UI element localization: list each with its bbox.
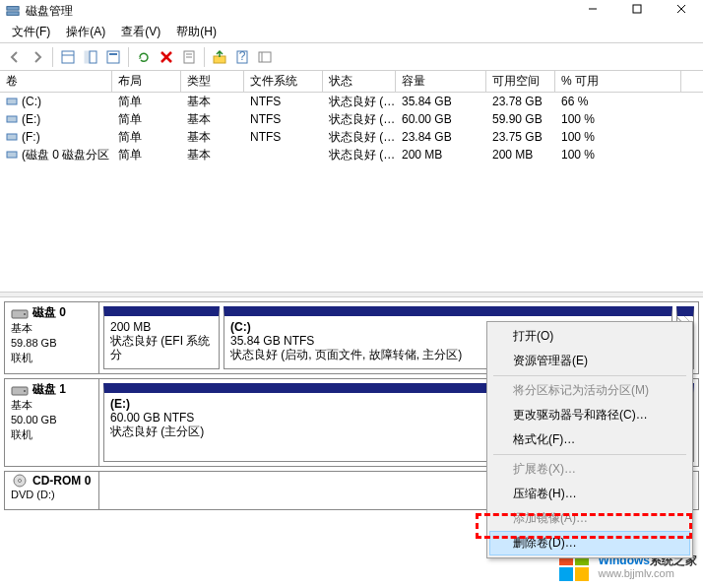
cell: 简单 bbox=[112, 128, 181, 146]
list-body: (C:) 简单 基本 NTFS 状态良好 (… 35.84 GB 23.78 G… bbox=[0, 93, 703, 163]
disk-info[interactable]: CD-ROM 0 DVD (D:) bbox=[5, 472, 99, 509]
col-volume[interactable]: 卷 bbox=[0, 71, 112, 92]
partition-status: 状态良好 (EFI 系统分 bbox=[110, 334, 213, 361]
list-header: 卷 布局 类型 文件系统 状态 容量 可用空间 % 可用 bbox=[0, 71, 703, 93]
properties-button[interactable] bbox=[178, 46, 200, 68]
close-button[interactable] bbox=[659, 0, 703, 20]
minimize-button[interactable] bbox=[570, 0, 614, 20]
maximize-button[interactable] bbox=[614, 0, 659, 20]
forward-button[interactable] bbox=[27, 46, 48, 68]
disk-line: DVD (D:) bbox=[11, 488, 93, 502]
toolbar-icon[interactable] bbox=[254, 46, 276, 68]
splitter[interactable] bbox=[0, 292, 703, 297]
disk-size: 50.00 GB bbox=[11, 413, 93, 427]
svg-rect-11 bbox=[109, 53, 117, 55]
cell: 59.90 GB bbox=[486, 110, 555, 128]
svg-rect-22 bbox=[7, 98, 17, 104]
toolbar-icon[interactable] bbox=[57, 46, 79, 68]
menu-file[interactable]: 文件(F) bbox=[4, 22, 58, 42]
cell: 简单 bbox=[112, 110, 181, 128]
menu-add-mirror: 添加镜像(A)… bbox=[489, 506, 690, 531]
cell: 简单 bbox=[112, 93, 181, 110]
app-icon bbox=[6, 4, 20, 18]
cell: (F:) bbox=[22, 130, 40, 144]
toolbar-separator bbox=[204, 47, 205, 67]
menu-open[interactable]: 打开(O) bbox=[489, 324, 690, 349]
disk-name: CD-ROM 0 bbox=[32, 474, 91, 488]
volume-icon bbox=[6, 131, 18, 143]
cell: 200 MB bbox=[396, 146, 486, 163]
svg-point-31 bbox=[19, 480, 22, 483]
cell: 简单 bbox=[112, 146, 181, 163]
col-status[interactable]: 状态 bbox=[323, 71, 396, 92]
svg-point-29 bbox=[24, 390, 26, 392]
menu-shrink[interactable]: 压缩卷(H)… bbox=[489, 482, 690, 506]
cell: 状态良好 (… bbox=[323, 110, 396, 128]
disk-info[interactable]: 磁盘 0 基本 59.88 GB 联机 bbox=[5, 302, 99, 373]
table-row[interactable]: (F:) 简单 基本 NTFS 状态良好 (… 23.84 GB 23.75 G… bbox=[0, 128, 703, 146]
table-row[interactable]: (E:) 简单 基本 NTFS 状态良好 (… 60.00 GB 59.90 G… bbox=[0, 110, 703, 128]
menu-separator bbox=[493, 454, 686, 455]
col-free[interactable]: 可用空间 bbox=[486, 71, 555, 92]
cell: 23.78 GB bbox=[486, 93, 555, 110]
menu-delete-volume[interactable]: 删除卷(D)… bbox=[489, 531, 690, 555]
disk-status: 联机 bbox=[11, 351, 93, 365]
partition[interactable]: 200 MB 状态良好 (EFI 系统分 bbox=[103, 306, 220, 369]
cdrom-icon bbox=[11, 474, 29, 488]
col-fs[interactable]: 文件系统 bbox=[244, 71, 323, 92]
menu-separator bbox=[493, 375, 686, 376]
disk-size: 59.88 GB bbox=[11, 336, 93, 351]
menu-help[interactable]: 帮助(H) bbox=[168, 22, 224, 42]
svg-rect-9 bbox=[90, 51, 96, 63]
disk-name: 磁盘 0 bbox=[32, 304, 66, 321]
disk-status: 联机 bbox=[11, 427, 93, 442]
cell: 100 % bbox=[555, 146, 681, 163]
volume-list: 卷 布局 类型 文件系统 状态 容量 可用空间 % 可用 (C:) 简单 基本 … bbox=[0, 71, 703, 163]
menu-view[interactable]: 查看(V) bbox=[113, 22, 168, 42]
refresh-button[interactable] bbox=[133, 46, 155, 68]
col-layout[interactable]: 布局 bbox=[112, 71, 181, 92]
back-button[interactable] bbox=[4, 46, 26, 68]
cell: 60.00 GB bbox=[396, 110, 486, 128]
cell: 基本 bbox=[181, 93, 244, 110]
svg-rect-6 bbox=[62, 51, 74, 63]
toolbar-icon[interactable] bbox=[80, 46, 101, 68]
delete-icon[interactable] bbox=[156, 46, 177, 68]
cell: 基本 bbox=[181, 146, 244, 163]
toolbar-icon[interactable] bbox=[209, 46, 230, 68]
menu-explorer[interactable]: 资源管理器(E) bbox=[489, 349, 690, 373]
menu-format[interactable]: 格式化(F)… bbox=[489, 427, 690, 452]
table-row[interactable]: (磁盘 0 磁盘分区 1) 简单 基本 状态良好 (… 200 MB 200 M… bbox=[0, 146, 703, 163]
cell: 200 MB bbox=[486, 146, 555, 163]
toolbar: ? bbox=[0, 43, 703, 71]
help-button[interactable]: ? bbox=[231, 46, 253, 68]
watermark-url: www.bjjmlv.com bbox=[598, 567, 673, 579]
svg-rect-23 bbox=[7, 116, 17, 122]
svg-rect-10 bbox=[107, 51, 119, 63]
disk-info[interactable]: 磁盘 1 基本 50.00 GB 联机 bbox=[5, 379, 99, 466]
cell: 状态良好 (… bbox=[323, 128, 396, 146]
cell: 100 % bbox=[555, 110, 681, 128]
svg-rect-24 bbox=[7, 134, 17, 140]
cell: 66 % bbox=[555, 93, 681, 110]
col-pct[interactable]: % 可用 bbox=[555, 71, 681, 92]
toolbar-separator bbox=[52, 47, 53, 67]
menu-action[interactable]: 操作(A) bbox=[58, 22, 113, 42]
svg-rect-3 bbox=[633, 5, 641, 13]
cell: 基本 bbox=[181, 110, 244, 128]
menu-bar: 文件(F) 操作(A) 查看(V) 帮助(H) bbox=[0, 22, 703, 43]
menu-extend: 扩展卷(X)… bbox=[489, 457, 690, 482]
cell: (C:) bbox=[22, 95, 41, 108]
cell bbox=[244, 146, 323, 163]
col-type[interactable]: 类型 bbox=[181, 71, 244, 92]
svg-rect-8 bbox=[85, 51, 90, 63]
toolbar-icon[interactable] bbox=[102, 46, 124, 68]
svg-rect-1 bbox=[7, 12, 19, 16]
table-row[interactable]: (C:) 简单 基本 NTFS 状态良好 (… 35.84 GB 23.78 G… bbox=[0, 93, 703, 110]
col-capacity[interactable]: 容量 bbox=[396, 71, 486, 92]
menu-change-letter[interactable]: 更改驱动器号和路径(C)… bbox=[489, 403, 690, 427]
svg-rect-25 bbox=[7, 152, 17, 158]
svg-rect-35 bbox=[575, 567, 589, 581]
svg-rect-17 bbox=[214, 56, 225, 63]
cell: NTFS bbox=[244, 128, 323, 146]
